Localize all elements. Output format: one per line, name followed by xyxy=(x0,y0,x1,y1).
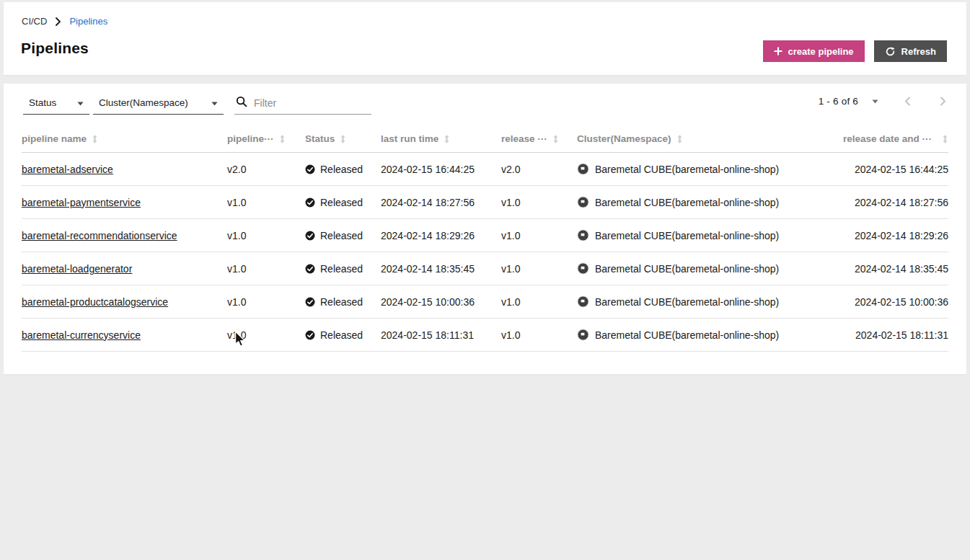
pagination-next-icon[interactable] xyxy=(940,97,946,106)
column-label: Status xyxy=(305,133,335,144)
sort-icon xyxy=(279,134,286,144)
status-cell: Released xyxy=(305,329,381,341)
pipeline-name-link[interactable]: baremetal-productcatalogservice xyxy=(22,296,168,308)
status-cell: Released xyxy=(305,164,381,175)
filter-search-box xyxy=(234,93,371,115)
pagination: 1 - 6 of 6 xyxy=(819,96,946,107)
refresh-button[interactable]: Refresh xyxy=(874,40,947,62)
pipelines-table: pipeline name pipeline··· Status last ru… xyxy=(22,125,948,352)
status-label: Released xyxy=(320,197,363,208)
table-body: baremetal-adservice v2.0 Released 2024-0… xyxy=(22,153,948,352)
caret-down-icon xyxy=(211,97,218,108)
pipeline-version-cell: v1.0 xyxy=(227,329,305,341)
cluster-cube-icon xyxy=(577,329,589,341)
create-pipeline-button[interactable]: create pipeline xyxy=(763,40,865,62)
pipeline-name-cell: baremetal-adservice xyxy=(22,164,227,175)
release-date-cell: 2024-02-14 18:27:56 xyxy=(833,197,948,208)
pipeline-name-cell: baremetal-productcatalogservice xyxy=(22,296,227,308)
released-check-icon xyxy=(305,231,315,241)
status-cell: Released xyxy=(305,197,381,208)
cluster-cell: Baremetal CUBE(baremetal-online-shop) xyxy=(577,196,833,208)
release-version-cell: v1.0 xyxy=(501,230,577,241)
pipelines-page: { "colors": { "accent_pink": "#c5417f", … xyxy=(0,0,970,560)
status-label: Released xyxy=(320,230,363,241)
column-label: Cluster(Namespace) xyxy=(577,133,671,144)
pipelines-table-card: Status Cluster(Namespace) 1 - 6 of 6 xyxy=(4,84,966,374)
cluster-cube-icon xyxy=(577,295,589,308)
cluster-filter-dropdown[interactable]: Cluster(Namespace) xyxy=(93,93,224,115)
cluster-label: Baremetal CUBE(baremetal-online-shop) xyxy=(595,164,779,175)
cluster-cell: Baremetal CUBE(baremetal-online-shop) xyxy=(577,262,833,275)
cluster-filter-label: Cluster(Namespace) xyxy=(99,97,188,108)
cluster-cube-icon xyxy=(577,229,589,241)
cluster-cube-icon xyxy=(577,163,589,175)
cluster-cell: Baremetal CUBE(baremetal-online-shop) xyxy=(577,329,833,341)
release-date-cell: 2024-02-15 10:00:36 xyxy=(833,296,948,308)
column-header-last-run-time[interactable]: last run time xyxy=(381,133,501,144)
breadcrumb-parent[interactable]: CI/CD xyxy=(22,16,47,27)
status-filter-dropdown[interactable]: Status xyxy=(23,93,89,115)
release-date-cell: 2024-02-15 18:11:31 xyxy=(833,329,948,341)
table-row: baremetal-paymentservice v1.0 Released 2… xyxy=(22,186,948,219)
pipeline-name-link[interactable]: baremetal-adservice xyxy=(22,164,113,175)
column-label: release ··· xyxy=(501,133,547,144)
column-header-pipeline-version[interactable]: pipeline··· xyxy=(227,133,305,144)
status-label: Released xyxy=(320,296,363,308)
table-row: baremetal-productcatalogservice v1.0 Rel… xyxy=(22,285,948,319)
pipeline-version-cell: v1.0 xyxy=(227,296,305,308)
cluster-cell: Baremetal CUBE(baremetal-online-shop) xyxy=(577,295,833,308)
cluster-label: Baremetal CUBE(baremetal-online-shop) xyxy=(595,263,779,275)
release-version-cell: v1.0 xyxy=(501,329,577,341)
sort-icon xyxy=(552,134,559,144)
column-header-release-version[interactable]: release ··· xyxy=(501,133,577,144)
search-icon xyxy=(236,96,247,110)
cluster-label: Baremetal CUBE(baremetal-online-shop) xyxy=(595,197,779,208)
pipeline-name-link[interactable]: baremetal-recommendationservice xyxy=(22,230,177,241)
column-label: last run time xyxy=(381,133,438,144)
status-cell: Released xyxy=(305,263,381,275)
breadcrumb: CI/CD Pipelines xyxy=(22,16,107,27)
release-version-cell: v1.0 xyxy=(501,296,577,308)
released-check-icon xyxy=(305,330,315,340)
filter-search-input[interactable] xyxy=(254,97,370,109)
column-label: release date and ··· xyxy=(843,133,932,144)
pipeline-name-link[interactable]: baremetal-loadgenerator xyxy=(22,263,132,275)
column-label: pipeline name xyxy=(22,133,87,144)
cluster-label: Baremetal CUBE(baremetal-online-shop) xyxy=(595,230,779,241)
released-check-icon xyxy=(305,197,315,208)
sort-icon xyxy=(942,134,948,144)
cluster-cell: Baremetal CUBE(baremetal-online-shop) xyxy=(577,229,833,241)
status-filter-label: Status xyxy=(29,97,56,108)
pagination-prev-icon[interactable] xyxy=(904,97,911,106)
pipeline-name-link[interactable]: baremetal-currencyservice xyxy=(22,329,141,341)
release-date-cell: 2024-02-15 16:44:25 xyxy=(833,164,948,175)
pipeline-version-cell: v1.0 xyxy=(227,197,305,208)
table-row: baremetal-loadgenerator v1.0 Released 20… xyxy=(22,252,948,285)
cluster-label: Baremetal CUBE(baremetal-online-shop) xyxy=(595,329,779,341)
pipeline-version-cell: v1.0 xyxy=(227,230,305,241)
released-check-icon xyxy=(305,264,315,274)
chevron-right-icon xyxy=(55,17,61,26)
refresh-icon xyxy=(885,46,896,57)
last-run-time-cell: 2024-02-14 18:35:45 xyxy=(381,263,501,275)
column-header-release-date[interactable]: release date and ··· xyxy=(833,133,948,144)
pipeline-version-cell: v1.0 xyxy=(227,263,305,275)
breadcrumb-current-link[interactable]: Pipelines xyxy=(69,16,107,27)
cluster-label: Baremetal CUBE(baremetal-online-shop) xyxy=(595,296,779,308)
last-run-time-cell: 2024-02-15 18:11:31 xyxy=(381,329,501,341)
sort-icon xyxy=(340,134,346,144)
last-run-time-cell: 2024-02-14 18:29:26 xyxy=(381,230,501,241)
status-label: Released xyxy=(320,164,363,175)
pipeline-name-cell: baremetal-recommendationservice xyxy=(22,230,227,241)
page-header-card: CI/CD Pipelines Pipelines create pipelin… xyxy=(4,2,966,75)
column-header-status[interactable]: Status xyxy=(305,133,381,144)
last-run-time-cell: 2024-02-15 16:44:25 xyxy=(381,164,501,175)
pipeline-name-cell: baremetal-currencyservice xyxy=(22,329,227,341)
pipeline-name-link[interactable]: baremetal-paymentservice xyxy=(22,197,141,208)
table-row: baremetal-recommendationservice v1.0 Rel… xyxy=(22,219,948,252)
column-header-cluster-namespace[interactable]: Cluster(Namespace) xyxy=(577,133,833,144)
pagination-caret-down-icon[interactable] xyxy=(872,99,878,104)
column-label: pipeline··· xyxy=(227,133,274,144)
column-header-pipeline-name[interactable]: pipeline name xyxy=(22,133,227,144)
status-cell: Released xyxy=(305,296,381,308)
